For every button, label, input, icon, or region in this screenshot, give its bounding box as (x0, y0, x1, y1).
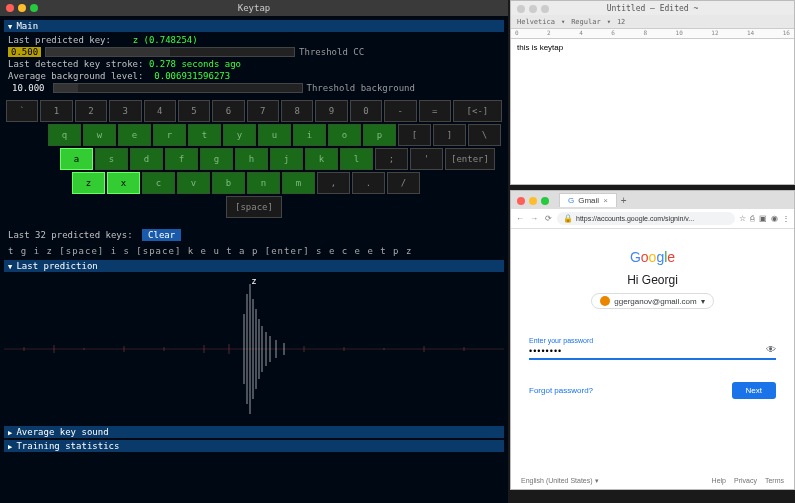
footer-link[interactable]: Terms (765, 477, 784, 485)
key-j: j (270, 148, 303, 170)
address-input[interactable]: 🔒 https://accounts.google.com/signin/v..… (557, 212, 735, 225)
extensions-icon[interactable]: ▣ (759, 214, 767, 223)
footer-link[interactable]: Privacy (734, 477, 757, 485)
avatar-icon (600, 296, 610, 306)
password-label: Enter your password (529, 337, 776, 344)
keytap-terminal-window: Keytap Main Last predicted key: z (0.748… (0, 0, 508, 503)
browser-tabbar: G Gmail × + (511, 191, 794, 209)
terminal-title: Keytap (238, 3, 271, 13)
browser-window: G Gmail × + ← → ⟳ 🔒 https://accounts.goo… (510, 190, 795, 490)
maximize-icon[interactable] (30, 4, 38, 12)
reload-icon[interactable]: ⟳ (543, 214, 553, 223)
key-b: b (212, 172, 245, 194)
google-signin-page: Google Hi Georgi ggerganov@gmail.com ▾ E… (511, 229, 794, 419)
key-p: p (363, 124, 396, 146)
ruler: 0246810121416 (511, 29, 794, 39)
key-7: 7 (247, 100, 279, 122)
key-: . (352, 172, 385, 194)
key-: [ (398, 124, 431, 146)
cast-icon[interactable]: ⎙ (750, 214, 755, 223)
key-d: d (130, 148, 163, 170)
close-icon[interactable] (517, 197, 525, 205)
password-input[interactable] (529, 344, 776, 360)
key-e: e (118, 124, 151, 146)
google-favicon-icon: G (568, 196, 574, 205)
profile-icon[interactable]: ◉ (771, 214, 778, 223)
back-icon[interactable]: ← (515, 214, 525, 223)
key-h: h (235, 148, 268, 170)
account-selector[interactable]: ggerganov@gmail.com ▾ (591, 293, 713, 309)
maximize-icon[interactable] (541, 5, 549, 13)
minimize-icon[interactable] (529, 5, 537, 13)
key-x: x (107, 172, 140, 194)
key-3: 3 (109, 100, 141, 122)
key-space: [space] (226, 196, 282, 218)
google-logo: Google (529, 249, 776, 265)
url-bar: ← → ⟳ 🔒 https://accounts.google.com/sign… (511, 209, 794, 229)
key-t: t (188, 124, 221, 146)
key-q: q (48, 124, 81, 146)
section-main[interactable]: Main (4, 20, 504, 32)
show-password-icon[interactable]: 👁 (766, 344, 776, 355)
minimize-icon[interactable] (18, 4, 26, 12)
avg-bg-line: Average background level: 0.006931596273 (4, 70, 504, 82)
key-o: o (328, 124, 361, 146)
editor-title: Untitled — Edited ~ (607, 4, 699, 13)
key-l: l (340, 148, 373, 170)
style-dropdown[interactable]: Regular (571, 18, 601, 26)
key-8: 8 (281, 100, 313, 122)
key-i: i (293, 124, 326, 146)
section-avg-key-sound[interactable]: Average key sound (4, 426, 504, 438)
key-1: 1 (40, 100, 72, 122)
lock-icon: 🔒 (563, 214, 573, 223)
key-c: c (142, 172, 175, 194)
key-: ' (410, 148, 443, 170)
browser-tab[interactable]: G Gmail × (559, 193, 617, 207)
key-enter: [enter] (445, 148, 495, 170)
key-: [<-] (453, 100, 502, 122)
key-f: f (165, 148, 198, 170)
key-: , (317, 172, 350, 194)
editor-content[interactable]: this is keytap (511, 39, 794, 184)
section-training-stats[interactable]: Training statistics (4, 440, 504, 452)
key-n: n (247, 172, 280, 194)
footer-link[interactable]: Help (712, 477, 726, 485)
editor-toolbar: Helvetica ▾ Regular ▾ 12 (511, 15, 794, 29)
key-: ] (433, 124, 466, 146)
section-last-prediction[interactable]: Last prediction (4, 260, 504, 272)
new-tab-button[interactable]: + (621, 195, 627, 206)
minimize-icon[interactable] (529, 197, 537, 205)
chevron-down-icon: ▾ (701, 297, 705, 306)
size-field[interactable]: 12 (617, 18, 625, 26)
editor-titlebar: Untitled — Edited ~ (511, 1, 794, 15)
text-editor-window: Untitled — Edited ~ Helvetica ▾ Regular … (510, 0, 795, 185)
key-v: v (177, 172, 210, 194)
font-dropdown[interactable]: Helvetica (517, 18, 555, 26)
key-s: s (95, 148, 128, 170)
language-selector[interactable]: English (United States) ▾ (521, 477, 599, 485)
last-predicted-line: Last predicted key: z (0.748254) (4, 34, 504, 46)
key-: ` (6, 100, 38, 122)
close-icon[interactable] (6, 4, 14, 12)
key-6: 6 (212, 100, 244, 122)
star-icon[interactable]: ☆ (739, 214, 746, 223)
threshold-cc-slider[interactable]: 0.500 Threshold CC (4, 46, 504, 58)
close-icon[interactable] (517, 5, 525, 13)
predicted-keys-sequence: t g i z [space] i s [space] k e u t a p … (4, 244, 504, 258)
key-z: z (72, 172, 105, 194)
key-m: m (282, 172, 315, 194)
next-button[interactable]: Next (732, 382, 776, 399)
forward-icon[interactable]: → (529, 214, 539, 223)
key-a: a (60, 148, 93, 170)
tab-close-icon[interactable]: × (603, 196, 608, 205)
key-: = (419, 100, 451, 122)
maximize-icon[interactable] (541, 197, 549, 205)
clear-button[interactable]: Clear (142, 229, 181, 241)
terminal-titlebar: Keytap (0, 0, 508, 16)
forgot-password-link[interactable]: Forgot password? (529, 386, 593, 395)
key-r: r (153, 124, 186, 146)
threshold-bg-slider[interactable]: 10.000 Threshold background (4, 82, 504, 94)
key-4: 4 (144, 100, 176, 122)
key-: ; (375, 148, 408, 170)
menu-icon[interactable]: ⋮ (782, 214, 790, 223)
